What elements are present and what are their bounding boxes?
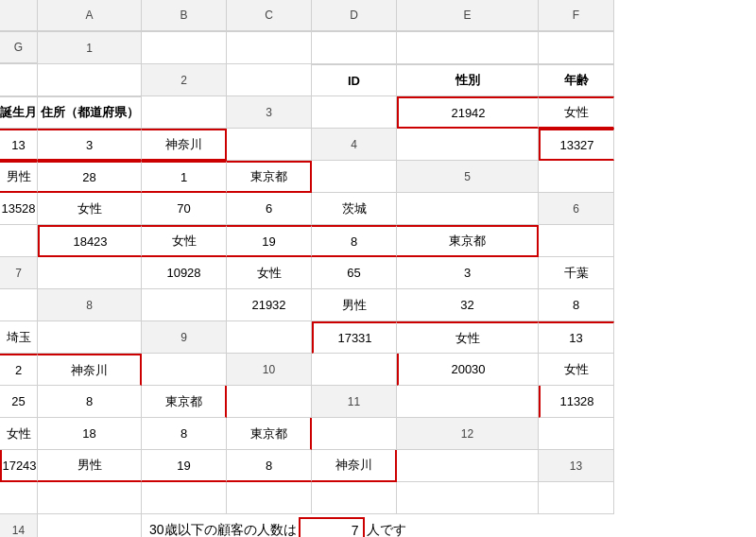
r3-address: 神奈川	[142, 129, 227, 161]
r11-age: 18	[38, 418, 142, 450]
r3-birth-month: 3	[38, 129, 142, 161]
r7-gender: 女性	[227, 257, 312, 289]
r12-gender: 男性	[38, 450, 142, 482]
r10-id: 20030	[397, 354, 539, 386]
r7-age: 65	[312, 257, 397, 289]
r4-g	[312, 161, 397, 193]
r3-id: 21942	[397, 96, 539, 129]
r9-gender: 女性	[397, 321, 539, 354]
r10-g	[227, 386, 312, 418]
row-4-header: 4	[312, 129, 397, 161]
r4-a	[397, 129, 539, 161]
r6-a	[0, 225, 38, 257]
r12-a	[539, 418, 614, 450]
result-label-before: 30歳以下の顧客の人数は	[149, 522, 297, 537]
r6-age: 19	[227, 225, 312, 257]
header-id: ID	[312, 64, 397, 96]
r8-gender: 男性	[312, 289, 397, 321]
header-gender: 性別	[397, 64, 539, 96]
r13-c	[142, 482, 227, 514]
r1-d	[397, 32, 539, 64]
r5-id: 13528	[0, 193, 38, 225]
r2-a	[227, 64, 312, 96]
result-value-box: 7	[299, 517, 365, 537]
r2-g	[142, 96, 227, 129]
row-9-header: 9	[142, 321, 227, 354]
r1-g	[38, 64, 142, 96]
r11-a	[397, 386, 539, 418]
r11-birth-month: 8	[142, 418, 227, 450]
r11-g	[312, 418, 397, 450]
r13-f	[397, 482, 539, 514]
spreadsheet: A B C D E F G 1 2 ID 性別 年齢 誕生月 住所（都道府県） …	[0, 0, 756, 537]
row-13-header: 13	[539, 450, 614, 482]
r3-gender: 女性	[539, 96, 614, 129]
r5-a	[539, 161, 614, 193]
col-header-e: E	[397, 0, 539, 32]
r5-age: 70	[142, 193, 227, 225]
r10-birth-month: 8	[38, 386, 142, 418]
r10-address: 東京都	[142, 386, 227, 418]
r3-g	[227, 129, 312, 161]
r11-gender: 女性	[0, 418, 38, 450]
row-1-header: 1	[38, 32, 142, 64]
row-5-header: 5	[397, 161, 539, 193]
r4-age: 28	[38, 161, 142, 193]
r7-a	[38, 257, 142, 289]
r12-g	[397, 450, 539, 482]
r6-gender: 女性	[142, 225, 227, 257]
r10-gender: 女性	[539, 354, 614, 386]
r7-g	[0, 289, 38, 321]
r1-e	[539, 32, 614, 64]
r12-id: 17243	[0, 450, 38, 482]
r12-address: 神奈川	[312, 450, 397, 482]
r9-birth-month: 2	[0, 354, 38, 386]
r1-a	[142, 32, 227, 64]
r13-b	[38, 482, 142, 514]
r13-a	[0, 482, 38, 514]
r12-age: 19	[142, 450, 227, 482]
r3-age: 13	[0, 129, 38, 161]
row-8-header: 8	[38, 289, 142, 321]
r8-g	[38, 321, 142, 354]
r1-f	[0, 64, 38, 96]
row-12-header: 12	[397, 418, 539, 450]
r1-b	[227, 32, 312, 64]
r8-id: 21932	[227, 289, 312, 321]
header-birth-month: 誕生月	[0, 96, 38, 129]
r13-e	[312, 482, 397, 514]
r8-birth-month: 8	[539, 289, 614, 321]
r4-address: 東京都	[227, 161, 312, 193]
row-11-header: 11	[312, 386, 397, 418]
r8-address: 埼玉	[0, 321, 38, 354]
r7-address: 千葉	[539, 257, 614, 289]
r6-address: 東京都	[397, 225, 539, 257]
result-label-after: 人です	[367, 522, 406, 537]
row-14-header: 14	[0, 514, 38, 537]
r6-id: 18423	[38, 225, 142, 257]
header-age: 年齢	[539, 64, 614, 96]
result-value: 7	[352, 523, 359, 537]
r6-birth-month: 8	[312, 225, 397, 257]
r5-g	[397, 193, 539, 225]
header-address: 住所（都道府県）	[38, 96, 142, 129]
r11-address: 東京都	[227, 418, 312, 450]
r8-age: 32	[397, 289, 539, 321]
row-3-header: 3	[227, 96, 312, 129]
col-header-empty	[0, 0, 38, 32]
row-6-header: 6	[539, 193, 614, 225]
col-header-g: G	[0, 32, 38, 64]
r11-id: 11328	[539, 386, 614, 418]
r13-g	[539, 482, 614, 514]
r10-age: 25	[0, 386, 38, 418]
r9-a	[227, 321, 312, 354]
col-header-b: B	[142, 0, 227, 32]
row-10-header: 10	[227, 354, 312, 386]
r3-a	[312, 96, 397, 129]
r9-id: 17331	[312, 321, 397, 354]
col-header-a: A	[38, 0, 142, 32]
r4-gender: 男性	[0, 161, 38, 193]
r10-a	[312, 354, 397, 386]
row-2-header: 2	[142, 64, 227, 96]
col-header-c: C	[227, 0, 312, 32]
